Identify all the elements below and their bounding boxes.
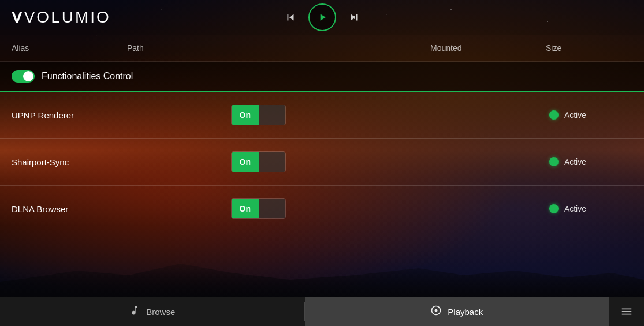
feature-name-shairport: Shairport-Sync — [12, 157, 231, 167]
play-button[interactable] — [308, 3, 336, 31]
toggle-on-dlna: On — [232, 199, 259, 218]
status-dot-dlna — [549, 204, 559, 213]
col-size: Size — [546, 43, 632, 53]
playback-icon — [430, 305, 442, 319]
content-area: UPNP Renderer On Active Shairport-Sync O… — [0, 92, 644, 326]
status-text-dlna: Active — [564, 204, 586, 213]
col-alias: Alias — [12, 43, 127, 53]
toggle-on-upnp: On — [232, 105, 259, 125]
feature-row-dlna: DLNA Browser On Active — [0, 186, 644, 232]
col-path: Path — [127, 43, 430, 53]
svg-point-1 — [435, 309, 438, 312]
status-upnp: Active — [549, 110, 586, 120]
toggle-upnp[interactable]: On — [231, 105, 286, 125]
feature-name-dlna: DLNA Browser — [12, 204, 231, 214]
toggle-off-dlna — [259, 199, 286, 218]
transport-controls — [284, 3, 360, 31]
status-text-upnp: Active — [564, 110, 586, 120]
status-dot-upnp — [549, 110, 559, 120]
section-toggle[interactable] — [12, 70, 35, 83]
col-mounted: Mounted — [430, 43, 546, 53]
toggle-off-upnp — [259, 105, 286, 125]
feature-row-shairport: Shairport-Sync On Active — [0, 139, 644, 186]
status-dot-shairport — [549, 157, 559, 166]
logo: VVOLUMIO — [12, 8, 111, 27]
status-dlna: Active — [549, 204, 586, 213]
prev-button[interactable] — [284, 11, 297, 24]
toggle-shairport[interactable]: On — [231, 151, 286, 172]
next-button[interactable] — [348, 11, 360, 24]
playback-label: Playback — [448, 307, 483, 317]
nav-menu[interactable] — [609, 297, 644, 326]
browse-icon — [129, 305, 140, 319]
feature-row-upnp: UPNP Renderer On Active — [0, 92, 644, 139]
app-container: VVOLUMIO Alias Path Mounted Si — [0, 0, 644, 326]
toggle-wrapper-shairport: On — [231, 151, 286, 172]
nav-browse[interactable]: Browse — [0, 297, 304, 326]
toggle-wrapper-dlna: On — [231, 198, 286, 219]
nav-playback[interactable]: Playback — [305, 297, 609, 326]
bottom-nav: Browse Playback — [0, 297, 644, 326]
status-text-shairport: Active — [564, 157, 586, 166]
toggle-on-shairport: On — [232, 152, 259, 172]
browse-label: Browse — [146, 307, 175, 317]
header: VVOLUMIO — [0, 0, 644, 35]
section-header: Functionalities Control — [0, 62, 644, 92]
toggle-off-shairport — [259, 152, 286, 172]
status-shairport: Active — [549, 157, 586, 166]
toggle-wrapper-upnp: On — [231, 105, 286, 125]
table-header: Alias Path Mounted Size — [0, 35, 644, 62]
toggle-dlna[interactable]: On — [231, 198, 286, 219]
section-title: Functionalities Control — [42, 71, 133, 82]
feature-name-upnp: UPNP Renderer — [12, 110, 231, 120]
